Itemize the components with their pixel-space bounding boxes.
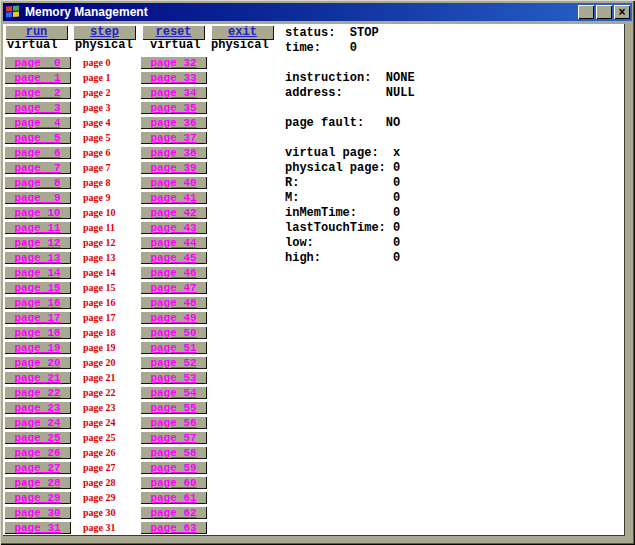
virtual-page-button[interactable]: page 41 xyxy=(140,191,207,204)
window-title: Memory Management xyxy=(25,5,578,19)
info-line: R:0 xyxy=(285,176,415,191)
physical-page-label: page 28 xyxy=(83,476,131,489)
close-button[interactable]: × xyxy=(614,5,630,19)
info-line xyxy=(285,131,415,146)
virtual-page-button[interactable]: page 33 xyxy=(140,71,207,84)
virtual-page-button[interactable]: page 26 xyxy=(4,446,71,459)
virtual-page-button[interactable]: page 39 xyxy=(140,161,207,174)
virtual-page-button[interactable]: page 44 xyxy=(140,236,207,249)
virtual-page-button[interactable]: page 21 xyxy=(4,371,71,384)
virtual-page-button[interactable]: page 0 xyxy=(4,56,71,69)
virtual-page-button[interactable]: page 14 xyxy=(4,266,71,279)
virtual-page-button[interactable]: page 28 xyxy=(4,476,71,489)
info-label: physical page: xyxy=(285,161,393,176)
virtual-page-button[interactable]: page 35 xyxy=(140,101,207,114)
virtual-page-button[interactable]: page 48 xyxy=(140,296,207,309)
virtual-page-button[interactable]: page 38 xyxy=(140,146,207,159)
title-bar: Memory Management × xyxy=(3,3,632,21)
info-line: status:STOP xyxy=(285,26,415,41)
virtual-page-button[interactable]: page 7 xyxy=(4,161,71,174)
physical-page-label: page 18 xyxy=(83,326,131,339)
physical-page-label: page 1 xyxy=(83,71,131,84)
virtual-page-button[interactable]: page 53 xyxy=(140,371,207,384)
virtual-page-button[interactable]: page 62 xyxy=(140,506,207,519)
virtual-page-button[interactable]: page 32 xyxy=(140,56,207,69)
virtual-page-button[interactable]: page 13 xyxy=(4,251,71,264)
virtual-page-button[interactable]: page 52 xyxy=(140,356,207,369)
virtual-page-button[interactable]: page 55 xyxy=(140,401,207,414)
virtual-page-button[interactable]: page 22 xyxy=(4,386,71,399)
virtual-page-button[interactable]: page 63 xyxy=(140,521,207,534)
virtual-page-button[interactable]: page 46 xyxy=(140,266,207,279)
virtual-page-button[interactable]: page 60 xyxy=(140,476,207,489)
physical-page-label: page 7 xyxy=(83,161,131,174)
virtual-page-button[interactable]: page 15 xyxy=(4,281,71,294)
physical-page-label: page 12 xyxy=(83,236,131,249)
info-value: 0 xyxy=(350,41,357,56)
virtual-page-button[interactable]: page 45 xyxy=(140,251,207,264)
physical-page-label: page 20 xyxy=(83,356,131,369)
info-line: page fault:NO xyxy=(285,116,415,131)
info-value: x xyxy=(393,146,400,161)
virtual-page-button[interactable]: page 19 xyxy=(4,341,71,354)
virtual-page-button[interactable]: page 17 xyxy=(4,311,71,324)
virtual-page-button[interactable]: page 42 xyxy=(140,206,207,219)
virtual-page-button[interactable]: page 25 xyxy=(4,431,71,444)
virtual-page-button[interactable]: page 54 xyxy=(140,386,207,399)
app-content: runstepresetexit virtualphysicalvirtualp… xyxy=(3,24,625,536)
virtual-page-button[interactable]: page 12 xyxy=(4,236,71,249)
info-line: lastTouchTime:0 xyxy=(285,221,415,236)
info-line: inMemTime:0 xyxy=(285,206,415,221)
virtual-page-button[interactable]: page 37 xyxy=(140,131,207,144)
physical-page-label: page 10 xyxy=(83,206,131,219)
physical-page-label: page 21 xyxy=(83,371,131,384)
virtual-page-button[interactable]: page 8 xyxy=(4,176,71,189)
info-value: 0 xyxy=(393,206,400,221)
virtual-page-button[interactable]: page 34 xyxy=(140,86,207,99)
virtual-page-button[interactable]: page 30 xyxy=(4,506,71,519)
virtual-page-button[interactable]: page 31 xyxy=(4,521,71,534)
virtual-page-button[interactable]: page 49 xyxy=(140,311,207,324)
physical-page-label: page 15 xyxy=(83,281,131,294)
virtual-page-button[interactable]: page 16 xyxy=(4,296,71,309)
virtual-page-button[interactable]: page 11 xyxy=(4,221,71,234)
virtual-page-button[interactable]: page 10 xyxy=(4,206,71,219)
virtual-page-button[interactable]: page 24 xyxy=(4,416,71,429)
info-label: status: xyxy=(285,26,350,41)
physical-page-label: page 19 xyxy=(83,341,131,354)
virtual-page-button[interactable]: page 1 xyxy=(4,71,71,84)
physical-page-label: page 27 xyxy=(83,461,131,474)
virtual-page-button[interactable]: page 61 xyxy=(140,491,207,504)
virtual-page-button[interactable]: page 3 xyxy=(4,101,71,114)
physical-page-label: page 6 xyxy=(83,146,131,159)
maximize-button[interactable] xyxy=(596,5,612,19)
virtual-page-button[interactable]: page 40 xyxy=(140,176,207,189)
virtual-page-button[interactable]: page 20 xyxy=(4,356,71,369)
virtual-page-button[interactable]: page 5 xyxy=(4,131,71,144)
virtual-page-button[interactable]: page 58 xyxy=(140,446,207,459)
virtual-page-button[interactable]: page 47 xyxy=(140,281,207,294)
virtual-page-button[interactable]: page 56 xyxy=(140,416,207,429)
virtual-page-button[interactable]: page 50 xyxy=(140,326,207,339)
virtual-page-button[interactable]: page 4 xyxy=(4,116,71,129)
virtual-page-button[interactable]: page 9 xyxy=(4,191,71,204)
virtual-page-button[interactable]: page 36 xyxy=(140,116,207,129)
column-header-3-physical: physical xyxy=(211,38,269,52)
virtual-page-button[interactable]: page 18 xyxy=(4,326,71,339)
virtual-page-button[interactable]: page 57 xyxy=(140,431,207,444)
virtual-page-button[interactable]: page 59 xyxy=(140,461,207,474)
minimize-button[interactable] xyxy=(578,5,594,19)
virtual-page-button[interactable]: page 29 xyxy=(4,491,71,504)
virtual-page-button[interactable]: page 23 xyxy=(4,401,71,414)
virtual-page-button[interactable]: page 2 xyxy=(4,86,71,99)
info-line: physical page:0 xyxy=(285,161,415,176)
physical-page-label: page 17 xyxy=(83,311,131,324)
physical-page-label: page 0 xyxy=(83,56,131,69)
physical-page-label: page 9 xyxy=(83,191,131,204)
virtual-page-button[interactable]: page 51 xyxy=(140,341,207,354)
info-value: 0 xyxy=(393,236,400,251)
info-label: page fault: xyxy=(285,116,386,131)
virtual-page-button[interactable]: page 43 xyxy=(140,221,207,234)
virtual-page-button[interactable]: page 27 xyxy=(4,461,71,474)
virtual-page-button[interactable]: page 6 xyxy=(4,146,71,159)
